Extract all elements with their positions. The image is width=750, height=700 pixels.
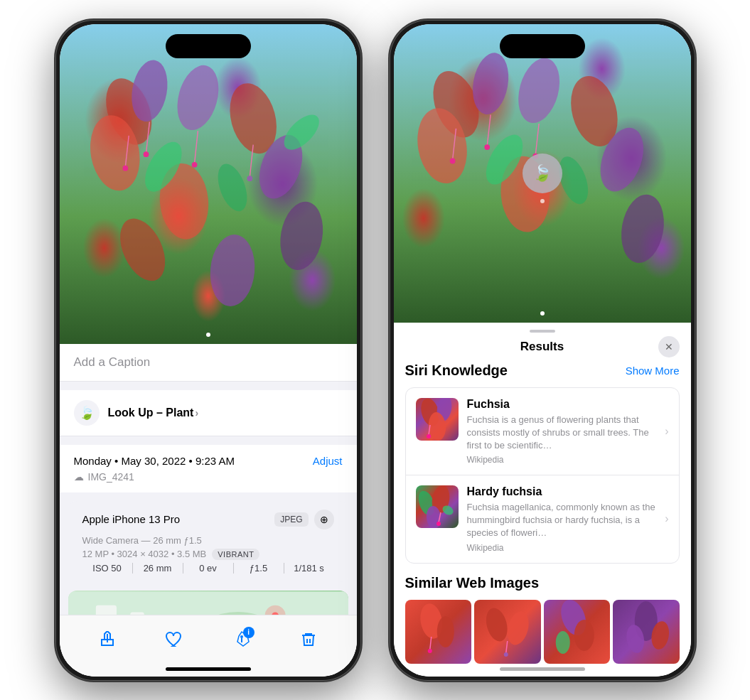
- svg-point-51: [427, 434, 431, 438]
- similar-img-2[interactable]: [474, 600, 541, 664]
- photo-area-right: 🍃: [394, 24, 691, 323]
- svg-point-19: [212, 159, 252, 215]
- svg-point-3: [171, 60, 225, 134]
- exif-focal: 26 mm: [133, 563, 183, 574]
- hardy-chevron: ›: [665, 512, 668, 525]
- sheet-title: Results: [520, 340, 564, 354]
- home-indicator-right: [500, 667, 585, 671]
- similar-img-4[interactable]: [613, 600, 680, 664]
- adjust-button[interactable]: Adjust: [313, 455, 343, 467]
- siri-section-header: Siri Knowledge Show More: [405, 362, 680, 379]
- location-badge: ⊕: [314, 510, 334, 529]
- svg-point-15: [191, 161, 197, 167]
- cloud-icon: ☁: [74, 471, 84, 483]
- similar-section: Similar Web Images: [405, 575, 680, 664]
- exif-iso: ISO 50: [82, 563, 133, 574]
- exif-ev: 0 ev: [183, 563, 234, 574]
- exif-aperture: ƒ1.5: [234, 563, 284, 574]
- svg-line-64: [506, 641, 508, 653]
- trash-button[interactable]: [293, 624, 324, 655]
- svg-point-28: [241, 636, 242, 637]
- heart-button[interactable]: [159, 624, 190, 655]
- sheet-close-button[interactable]: ✕: [658, 336, 680, 357]
- page-indicator-left: [206, 333, 210, 337]
- camera-badges: JPEG ⊕: [274, 510, 333, 529]
- svg-line-14: [194, 131, 198, 163]
- fuchsia-thumb: [416, 398, 459, 441]
- page-dot-right-1: [540, 311, 545, 316]
- svg-point-17: [247, 176, 252, 181]
- lookup-dot: [540, 199, 545, 203]
- fuchsia-info: Fuchsia Fuchsia is a genus of flowering …: [467, 398, 657, 465]
- hardy-desc: Fuchsia magellanica, commonly known as t…: [467, 501, 657, 540]
- svg-point-67: [574, 620, 594, 651]
- similar-img-3[interactable]: [544, 600, 611, 664]
- metadata-section: Monday • May 30, 2022 • 9:23 AM Adjust ☁…: [60, 445, 357, 492]
- svg-point-56: [436, 522, 441, 526]
- knowledge-item-hardy[interactable]: Hardy fuchsia Fuchsia magellanica, commo…: [406, 475, 679, 563]
- fuchsia-name: Fuchsia: [467, 398, 657, 411]
- caption-area[interactable]: Add a Caption: [60, 344, 357, 382]
- svg-point-65: [504, 652, 508, 657]
- results-sheet: Results ✕ Siri Knowledge Show More: [394, 323, 691, 677]
- knowledge-card: Fuchsia Fuchsia is a genus of flowering …: [405, 387, 680, 564]
- camera-specs: 12 MP • 3024 × 4032 • 3.5 MB VIBRANT: [82, 549, 334, 560]
- similar-title: Similar Web Images: [405, 575, 680, 591]
- hardy-thumb: [416, 485, 459, 528]
- photo-area-left: [60, 24, 357, 344]
- svg-point-42: [484, 144, 490, 150]
- svg-point-68: [555, 631, 569, 654]
- info-button[interactable]: i: [226, 624, 257, 655]
- svg-point-12: [122, 165, 128, 171]
- left-screen: Add a Caption 🍃 Look Up – Plant› Monday …: [60, 24, 357, 677]
- exif-row: ISO 50 26 mm 0 ev ƒ1.5 1/181 s: [82, 563, 334, 574]
- hardy-info: Hardy fuchsia Fuchsia magellanica, commo…: [467, 485, 657, 553]
- format-badge: JPEG: [274, 512, 308, 527]
- visual-lookup-button[interactable]: 🍃: [523, 154, 562, 193]
- show-more-button[interactable]: Show More: [626, 365, 680, 377]
- similar-img-1[interactable]: [405, 600, 472, 664]
- svg-line-43: [535, 124, 539, 155]
- svg-point-7: [275, 198, 328, 273]
- knowledge-item-fuchsia[interactable]: Fuchsia Fuchsia is a genus of flowering …: [406, 388, 679, 476]
- lookup-label: Look Up – Plant›: [108, 406, 199, 419]
- caption-placeholder: Add a Caption: [74, 355, 151, 369]
- sheet-handle[interactable]: [530, 330, 555, 333]
- phones-container: Add a Caption 🍃 Look Up – Plant› Monday …: [41, 6, 709, 695]
- dynamic-island-left: [166, 34, 251, 58]
- svg-point-13: [143, 151, 149, 157]
- visual-lookup-icon: 🍃: [74, 400, 100, 426]
- sheet-header: Results ✕: [394, 337, 691, 362]
- similar-images: [405, 600, 680, 664]
- dynamic-island-right: [500, 34, 585, 58]
- hardy-source: Wikipedia: [467, 543, 657, 553]
- camera-section: Apple iPhone 13 Pro JPEG ⊕ Wide Camera —…: [68, 501, 348, 582]
- svg-point-62: [483, 605, 510, 644]
- meta-date-row: Monday • May 30, 2022 • 9:23 AM Adjust: [74, 455, 343, 467]
- svg-point-38: [616, 190, 668, 266]
- svg-line-41: [487, 114, 491, 146]
- svg-point-61: [427, 649, 432, 653]
- siri-knowledge-title: Siri Knowledge: [405, 362, 508, 379]
- svg-line-60: [429, 637, 431, 650]
- svg-point-34: [511, 53, 566, 127]
- fuchsia-source: Wikipedia: [467, 455, 657, 465]
- lookup-section[interactable]: 🍃 Look Up – Plant›: [60, 390, 357, 436]
- meta-date: Monday • May 30, 2022 • 9:23 AM: [74, 455, 235, 467]
- home-indicator-left: [166, 667, 251, 671]
- sheet-content: Siri Knowledge Show More: [394, 362, 691, 677]
- right-screen: 🍃 Results ✕: [394, 24, 691, 677]
- svg-point-9: [207, 232, 257, 308]
- exif-shutter: 1/181 s: [284, 563, 334, 574]
- info-badge: i: [243, 627, 255, 638]
- svg-point-59: [436, 616, 454, 647]
- hardy-name: Hardy fuchsia: [467, 485, 657, 498]
- meta-filename: ☁ IMG_4241: [74, 471, 343, 483]
- page-indicator-right: [540, 311, 545, 316]
- svg-point-8: [111, 211, 174, 288]
- svg-point-63: [504, 609, 532, 647]
- fuchsia-chevron: ›: [665, 425, 668, 438]
- camera-model-row: Apple iPhone 13 Pro JPEG ⊕: [82, 510, 334, 529]
- camera-model: Apple iPhone 13 Pro: [82, 513, 181, 525]
- share-button[interactable]: [92, 624, 123, 655]
